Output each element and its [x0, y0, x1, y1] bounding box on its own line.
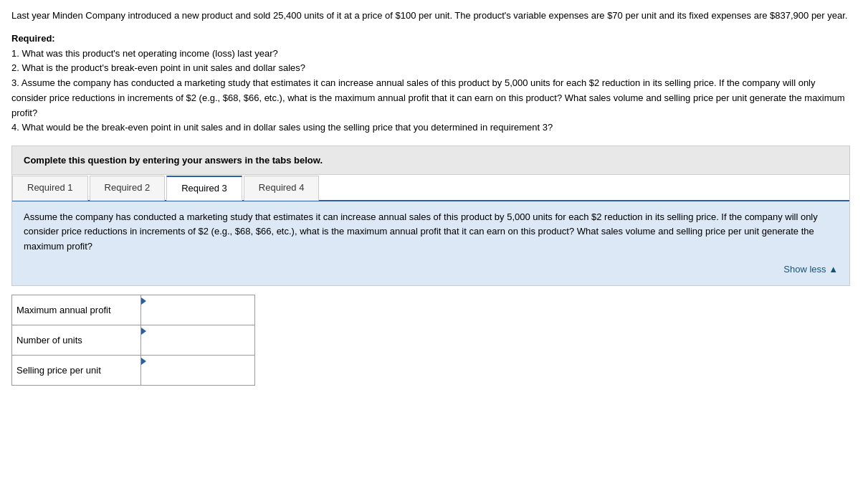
table-row: Maximum annual profit [12, 295, 255, 325]
answer-input[interactable] [141, 366, 254, 385]
required-section: Required: 1. What was this product's net… [11, 33, 850, 136]
triangle-icon [141, 328, 146, 335]
tabs-bar: Required 1 Required 2 Required 3 Require… [12, 175, 849, 201]
req3-text: 3. Assume the company has conducted a ma… [11, 76, 850, 120]
show-less-button[interactable]: Show less ▲ [24, 259, 838, 277]
row-label: Selling price per unit [12, 355, 141, 385]
tab-required-1[interactable]: Required 1 [12, 176, 88, 201]
tab-required-3[interactable]: Required 3 [166, 176, 242, 201]
tab-required-4[interactable]: Required 4 [244, 176, 320, 201]
complete-banner-text: Complete this question by entering your … [24, 155, 323, 166]
answer-input[interactable] [141, 336, 254, 355]
table-row: Selling price per unit [12, 355, 255, 385]
show-less-label: Show less ▲ [783, 264, 838, 275]
tab-required-2[interactable]: Required 2 [90, 176, 166, 201]
row-input-cell[interactable] [140, 355, 254, 385]
tabs-container: Required 1 Required 2 Required 3 Require… [11, 175, 850, 286]
row-input-cell[interactable] [140, 325, 254, 355]
answer-input[interactable] [141, 306, 254, 325]
req1-text: 1. What was this product's net operating… [11, 47, 850, 62]
row-input-cell[interactable] [140, 295, 254, 325]
complete-banner: Complete this question by entering your … [11, 146, 850, 175]
required-title: Required: [11, 33, 850, 44]
triangle-icon [141, 358, 146, 365]
triangle-icon [141, 297, 146, 305]
answer-table-wrapper: Maximum annual profitNumber of unitsSell… [11, 295, 850, 386]
intro-text: Last year Minden Company introduced a ne… [11, 9, 850, 23]
req4-text: 4. What would be the break-even point in… [11, 120, 850, 135]
tab-content-area: Assume the company has conducted a marke… [12, 201, 849, 285]
active-tab-description: Assume the company has conducted a marke… [24, 210, 838, 253]
problem-intro: Last year Minden Company introduced a ne… [11, 9, 850, 23]
answer-table: Maximum annual profitNumber of unitsSell… [11, 295, 255, 386]
row-label: Maximum annual profit [12, 295, 141, 325]
req2-text: 2. What is the product's break-even poin… [11, 61, 850, 76]
row-label: Number of units [12, 325, 141, 355]
table-row: Number of units [12, 325, 255, 355]
